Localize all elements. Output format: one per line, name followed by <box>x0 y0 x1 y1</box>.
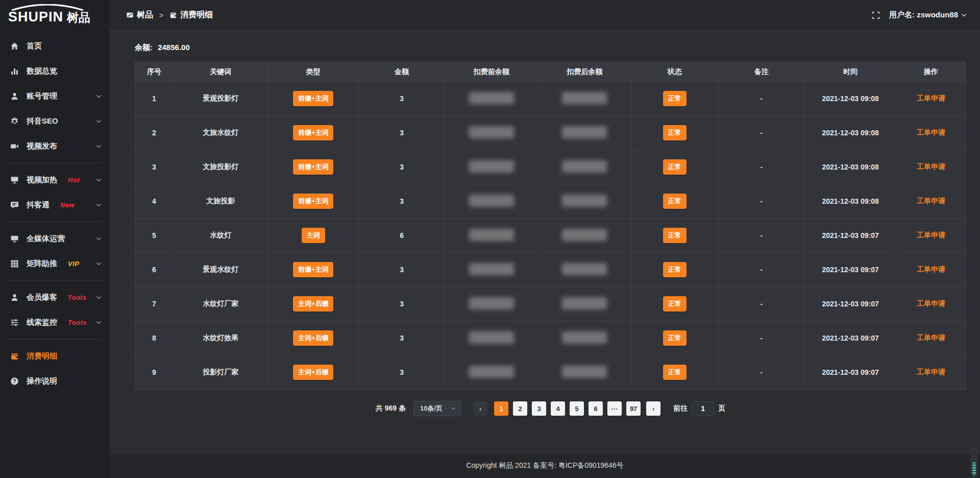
sidebar-item-video-heat[interactable]: 视频加热 Hot <box>0 168 110 193</box>
page-button-4[interactable]: 4 <box>551 401 565 416</box>
prev-page-button[interactable]: ‹ <box>473 401 487 416</box>
work-order-link[interactable]: 工单申请 <box>917 368 945 376</box>
page-button-5[interactable]: 5 <box>570 401 584 416</box>
breadcrumb-separator: > <box>159 11 163 19</box>
type-badge: 前缀+主词 <box>293 159 334 175</box>
page-button-1[interactable]: 1 <box>494 401 508 416</box>
sliders-icon <box>10 318 19 327</box>
chevron-down-icon <box>96 202 102 208</box>
chevron-down-icon <box>96 261 102 267</box>
col-time: 时间 <box>805 62 896 82</box>
masked-value <box>562 92 607 104</box>
sidebar-item-data-overview[interactable]: 数据总览 <box>0 59 110 84</box>
type-badge: 主词+后缀 <box>293 330 334 346</box>
question-circle-icon: ? <box>10 377 19 386</box>
sidebar-item-member-burst[interactable]: 会员爆客 Tools <box>0 285 110 310</box>
logo-text-cn: 树品 <box>67 10 90 26</box>
sidebar-item-matrix-boost[interactable]: 矩阵助推 VIP <box>0 251 110 276</box>
type-badge: 主词+后缀 <box>293 365 334 380</box>
work-order-link[interactable]: 工单申请 <box>917 299 945 307</box>
screen-icon <box>126 11 134 19</box>
masked-value <box>469 366 514 378</box>
work-order-link[interactable]: 工单申请 <box>917 128 945 136</box>
tools-badge: Tools <box>68 294 87 301</box>
masked-value <box>469 160 514 173</box>
page-button-6[interactable]: 6 <box>589 401 603 416</box>
user-icon <box>10 92 19 101</box>
status-badge: 正常 <box>663 262 687 277</box>
screen-icon <box>10 176 19 184</box>
page-button-97[interactable]: 97 <box>626 401 641 416</box>
sidebar-item-all-media[interactable]: 全媒体运营 <box>0 226 110 251</box>
page-button-3[interactable]: 3 <box>532 401 546 416</box>
goto-page: 前往 页 <box>673 401 725 416</box>
status-badge: 正常 <box>663 159 687 175</box>
next-page-button[interactable]: › <box>646 401 660 416</box>
breadcrumb-current[interactable]: 消费明细 <box>169 10 213 20</box>
status-badge: 正常 <box>663 194 687 209</box>
work-order-link[interactable]: 工单申请 <box>917 162 945 171</box>
masked-value <box>469 297 514 309</box>
col-note: 备注 <box>718 62 804 82</box>
sidebar-item-home[interactable]: 首页 <box>0 34 110 59</box>
masked-value <box>469 92 514 104</box>
goto-page-input[interactable] <box>692 401 714 416</box>
sidebar-item-consumption-detail[interactable]: 消费明细 <box>0 344 110 369</box>
masked-value <box>469 195 514 207</box>
content: 余额: 24856.00 序号 关键词 类型 金额 扣费前余额 扣费后余额 状态 <box>110 31 980 452</box>
table-row: 2 文旅水纹灯 前缀+主词 3 正常 - 2021-12-03 09:08 工单… <box>135 116 966 150</box>
masked-value <box>469 331 514 344</box>
chevron-down-icon <box>96 93 102 99</box>
type-badge: 前缀+主词 <box>293 91 334 106</box>
work-order-link[interactable]: 工单申请 <box>917 94 945 102</box>
sidebar-item-douyin-seo[interactable]: 抖音SEO <box>0 109 110 134</box>
col-pre-balance: 扣费前余额 <box>445 62 538 82</box>
work-order-link[interactable]: 工单申请 <box>917 231 945 239</box>
work-order-link[interactable]: 工单申请 <box>917 265 945 273</box>
chevron-down-icon <box>961 12 967 18</box>
more-pages-button[interactable]: ··· <box>607 401 622 416</box>
sidebar: SHUPIN 树品 首页 数据总览 账号管理 抖音SEO <box>0 0 110 478</box>
table-row: 7 水纹灯厂家 主词+后缀 3 正常 - 2021-12-03 09:07 工单… <box>135 287 966 321</box>
pagination: 共 969 条 10条/页 ‹ 1 2 3 4 5 6 ··· 97 › 前往 … <box>135 401 966 416</box>
bar-chart-icon <box>10 67 19 76</box>
scrollbar-widget[interactable] <box>971 447 977 478</box>
sidebar-item-account[interactable]: 账号管理 <box>0 84 110 109</box>
sidebar-item-instructions[interactable]: ? 操作说明 <box>0 369 110 394</box>
type-badge: 前缀+主词 <box>293 262 334 277</box>
monitor-icon <box>10 234 19 243</box>
masked-value <box>562 160 607 173</box>
table-row: 6 景观水纹灯 前缀+主词 3 正常 - 2021-12-03 09:07 工单… <box>135 253 966 287</box>
type-badge: 前缀+主词 <box>293 125 334 140</box>
work-order-link[interactable]: 工单申请 <box>917 333 945 342</box>
chevron-down-icon <box>96 236 102 242</box>
page-button-2[interactable]: 2 <box>513 401 527 416</box>
balance: 余额: 24856.00 <box>135 43 966 53</box>
masked-value <box>562 366 607 378</box>
masked-value <box>562 126 607 138</box>
status-badge: 正常 <box>663 296 687 312</box>
divider <box>8 280 102 281</box>
table-header-row: 序号 关键词 类型 金额 扣费前余额 扣费后余额 状态 备注 时间 操作 <box>135 62 966 82</box>
sidebar-item-video-publish[interactable]: 视频发布 <box>0 134 110 159</box>
work-order-link[interactable]: 工单申请 <box>917 197 945 205</box>
sidebar-item-doukethong[interactable]: 抖客通 New <box>0 193 110 218</box>
status-badge: 正常 <box>663 125 687 140</box>
col-type: 类型 <box>268 62 358 82</box>
status-badge: 正常 <box>663 228 687 243</box>
user-dropdown[interactable]: 用户名: zswodun88 <box>889 10 967 20</box>
page-size-select[interactable]: 10条/页 <box>413 401 461 416</box>
vip-badge: VIP <box>68 260 79 268</box>
topbar: 树品 > 消费明细 用户名: zswodun88 <box>110 0 980 31</box>
fullscreen-icon[interactable] <box>872 11 880 19</box>
divider <box>8 163 102 163</box>
consumption-table: 序号 关键词 类型 金额 扣费前余额 扣费后余额 状态 备注 时间 操作 1 <box>135 62 966 390</box>
status-badge: 正常 <box>663 365 687 380</box>
table-row: 9 投影灯厂家 主词+后缀 3 正常 - 2021-12-03 09:07 工单… <box>135 355 966 390</box>
footer: Copyright 树品 2021 备案号: 粤ICP备09019646号 <box>110 452 980 478</box>
logo: SHUPIN 树品 <box>0 0 110 29</box>
logo-text-en: SHUPIN <box>8 9 63 25</box>
sidebar-item-lead-monitor[interactable]: 线索监控 Tools <box>0 310 110 335</box>
breadcrumb-root[interactable]: 树品 <box>126 10 153 20</box>
type-badge: 前缀+主词 <box>293 194 334 209</box>
